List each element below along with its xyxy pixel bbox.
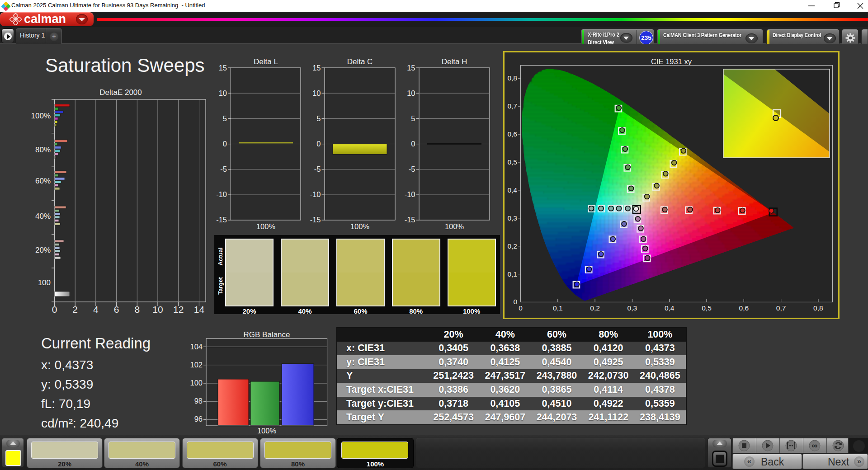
- svg-text:0,6: 0,6: [507, 130, 517, 138]
- svg-text:DeltaE 2000: DeltaE 2000: [99, 88, 142, 97]
- svg-text:10: 10: [407, 89, 415, 97]
- svg-text:calman: calman: [24, 13, 66, 25]
- svg-text:0,7: 0,7: [507, 102, 517, 110]
- svg-text:-5: -5: [314, 165, 321, 173]
- svg-text:4: 4: [93, 304, 99, 315]
- svg-text:0,1: 0,1: [507, 270, 517, 278]
- svg-text:80%: 80%: [35, 146, 51, 154]
- svg-text:10: 10: [152, 304, 163, 315]
- svg-text:100%: 100%: [445, 222, 464, 230]
- svg-text:-10: -10: [216, 190, 227, 198]
- svg-text:96: 96: [194, 415, 203, 423]
- svg-text:0,2: 0,2: [507, 242, 517, 250]
- svg-text:-10: -10: [310, 190, 321, 198]
- svg-text:0,2: 0,2: [590, 304, 600, 312]
- svg-text:0: 0: [316, 140, 321, 148]
- svg-text:0,5: 0,5: [507, 158, 517, 166]
- svg-text:15: 15: [312, 64, 321, 72]
- svg-text:Delta H: Delta H: [442, 57, 467, 66]
- svg-text:5: 5: [411, 114, 415, 122]
- svg-text:0,8: 0,8: [507, 74, 517, 82]
- svg-text:100%: 100%: [31, 112, 51, 120]
- svg-text:-15: -15: [405, 216, 415, 224]
- svg-text:98: 98: [194, 397, 203, 405]
- svg-text:14: 14: [194, 304, 205, 315]
- svg-text:Delta C: Delta C: [347, 57, 373, 66]
- svg-text:0,6: 0,6: [739, 304, 749, 312]
- svg-text:0: 0: [513, 298, 517, 306]
- svg-text:5: 5: [223, 114, 227, 122]
- svg-text:60%: 60%: [35, 177, 51, 185]
- svg-text:8: 8: [134, 304, 140, 315]
- svg-text:104: 104: [190, 343, 203, 351]
- svg-text:40%: 40%: [35, 212, 51, 221]
- svg-text:102: 102: [190, 361, 203, 369]
- svg-text:RGB Balance: RGB Balance: [244, 330, 290, 339]
- svg-text:0: 0: [52, 304, 57, 315]
- svg-text:15: 15: [219, 64, 227, 72]
- svg-text:5: 5: [316, 114, 321, 122]
- svg-text:6: 6: [114, 304, 119, 315]
- svg-text:0,1: 0,1: [553, 304, 563, 312]
- svg-text:100%: 100%: [350, 222, 370, 230]
- svg-text:100%: 100%: [257, 427, 277, 435]
- svg-text:Delta L: Delta L: [254, 57, 278, 66]
- svg-text:0: 0: [223, 140, 227, 148]
- svg-text:0,5: 0,5: [702, 304, 712, 312]
- svg-text:100: 100: [190, 379, 203, 387]
- svg-text:15: 15: [407, 64, 415, 72]
- svg-text:100: 100: [38, 278, 51, 287]
- svg-text:-15: -15: [310, 216, 321, 224]
- svg-text:0: 0: [411, 140, 415, 148]
- svg-text:0,3: 0,3: [627, 304, 637, 312]
- svg-text:-5: -5: [409, 165, 415, 173]
- svg-text:10: 10: [219, 89, 227, 97]
- svg-text:100%: 100%: [256, 222, 276, 230]
- svg-text:10: 10: [312, 89, 321, 97]
- svg-text:CIE 1931 xy: CIE 1931 xy: [651, 57, 692, 66]
- svg-text:0,4: 0,4: [507, 186, 517, 194]
- svg-text:0,4: 0,4: [665, 304, 675, 312]
- svg-text:2: 2: [72, 304, 78, 315]
- svg-text:-15: -15: [216, 216, 227, 224]
- svg-text:20%: 20%: [35, 246, 51, 254]
- svg-text:0,3: 0,3: [507, 214, 517, 222]
- svg-text:0,7: 0,7: [776, 304, 786, 312]
- svg-text:0: 0: [519, 304, 523, 312]
- svg-text:-10: -10: [405, 190, 415, 198]
- svg-text:-5: -5: [220, 165, 227, 173]
- svg-text:∞: ∞: [812, 441, 818, 450]
- svg-text:12: 12: [173, 304, 184, 315]
- svg-text:0,8: 0,8: [813, 304, 823, 312]
